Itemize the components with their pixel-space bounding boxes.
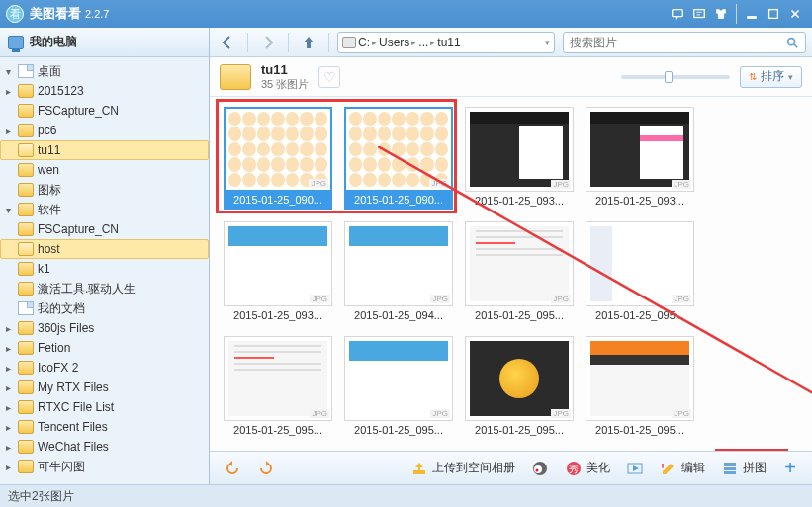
bottom-bar: 上传到空间相册 秀美化 编辑 拼图 + <box>210 451 812 484</box>
favorite-button[interactable]: ♡ <box>318 66 340 88</box>
feedback-icon[interactable] <box>688 5 710 23</box>
thumbnail[interactable]: JPG2015-01-25_090... <box>344 107 453 210</box>
tree-node[interactable]: ▸RTXC File List <box>0 397 209 417</box>
collage-button[interactable]: 拼图 <box>717 457 770 480</box>
tree-node[interactable]: 我的文档 <box>0 298 209 318</box>
expand-icon[interactable]: ▸ <box>6 363 18 374</box>
add-button[interactable]: + <box>778 457 802 480</box>
thumb-caption: 2015-01-25_095... <box>465 421 574 439</box>
expand-icon[interactable]: ▸ <box>6 442 18 453</box>
expand-icon[interactable]: ▸ <box>6 422 18 433</box>
tree-node[interactable]: ▸IcoFX 2 <box>0 358 209 378</box>
up-button[interactable] <box>297 32 320 53</box>
expand-icon[interactable]: ▸ <box>6 462 18 472</box>
expand-icon[interactable]: ▸ <box>6 323 18 334</box>
collage-label: 拼图 <box>743 460 767 476</box>
tree-node[interactable]: ▸Fetion <box>0 338 209 358</box>
title-bar: 看 美图看看 2.2.7 <box>0 0 812 28</box>
tree-node[interactable]: ▸Tencent Files <box>0 417 209 437</box>
thumb-frame[interactable]: JPG <box>586 107 694 192</box>
tree-node[interactable]: ▸可牛闪图 <box>0 457 209 476</box>
sort-button[interactable]: ⇅ 排序 ▾ <box>740 66 802 88</box>
tree-node[interactable]: ▸WeChat Files <box>0 437 209 457</box>
thumbnail[interactable]: JPG2015-01-25_093... <box>465 107 574 210</box>
thumbnail[interactable]: JPG2015-01-25_095... <box>344 336 453 439</box>
tree-node[interactable]: FSCapture_CN <box>0 101 209 121</box>
rotate-cw-button[interactable] <box>253 457 279 480</box>
tree-node[interactable]: tu11 <box>0 140 209 160</box>
thumb-frame[interactable]: JPG <box>344 107 453 192</box>
search-box[interactable] <box>563 32 806 53</box>
crumb-ellipsis[interactable]: ... <box>418 36 428 49</box>
expand-icon[interactable]: ▸ <box>6 402 18 413</box>
weibo-button[interactable] <box>527 457 553 480</box>
thumb-frame[interactable]: JPG <box>344 336 453 421</box>
thumb-frame[interactable]: JPG <box>344 221 453 306</box>
thumbnail[interactable]: JPG2015-01-25_093... <box>224 221 332 324</box>
thumb-frame[interactable]: JPG <box>224 221 332 306</box>
tree-node[interactable]: ▾软件 <box>0 200 209 219</box>
thumb-frame[interactable]: JPG <box>586 336 694 421</box>
tree-node[interactable]: FSCapture_CN <box>0 219 209 239</box>
crumb-dropdown-icon[interactable]: ▾ <box>545 38 550 47</box>
search-input[interactable] <box>570 36 785 49</box>
tree-node[interactable]: host <box>0 239 209 259</box>
toolbar: C:▸ Users▸ ...▸ tu11 ▾ <box>210 28 812 57</box>
folder-count: 35 张图片 <box>261 77 309 92</box>
forward-button[interactable] <box>256 32 280 53</box>
edit-button[interactable]: 编辑 <box>656 457 709 480</box>
tree-node[interactable]: ▾桌面 <box>0 61 209 81</box>
sidebar-header[interactable]: 我的电脑 <box>0 28 209 57</box>
thumb-frame[interactable]: JPG <box>465 107 574 192</box>
thumbnail[interactable]: JPG2015-01-25_090... <box>224 107 332 210</box>
tree-node[interactable]: 激活工具.驱动人生 <box>0 279 209 298</box>
thumbnail[interactable]: JPG2015-01-25_095... <box>465 336 574 439</box>
tree-node[interactable]: wen <box>0 160 209 180</box>
close-button[interactable] <box>784 5 806 23</box>
upload-button[interactable]: 上传到空间相册 <box>406 457 519 480</box>
chat-icon[interactable] <box>667 5 688 23</box>
tree-node[interactable]: ▸2015123 <box>0 81 209 101</box>
tree-node[interactable]: ▸360js Files <box>0 318 209 338</box>
thumbnail[interactable]: JPG2015-01-25_094... <box>344 221 453 324</box>
expand-icon[interactable]: ▸ <box>6 86 18 97</box>
play-button[interactable] <box>622 457 648 480</box>
tree-node[interactable]: ▸My RTX Files <box>0 378 209 397</box>
tree-node[interactable]: ▸pc6 <box>0 121 209 140</box>
annotation-collage-box <box>715 449 788 451</box>
thumb-frame[interactable]: JPG <box>465 221 574 306</box>
maximize-button[interactable] <box>763 5 784 23</box>
thumb-frame[interactable]: JPG <box>224 336 332 421</box>
thumbnail[interactable]: JPG2015-01-25_093... <box>586 107 694 210</box>
folder-tree[interactable]: ▾桌面▸2015123FSCapture_CN▸pc6tu11wen图标▾软件F… <box>0 57 209 484</box>
rotate-ccw-button[interactable] <box>220 457 245 480</box>
thumbnail[interactable]: JPG2015-01-25_095... <box>586 336 694 439</box>
beautify-button[interactable]: 秀美化 <box>561 457 614 480</box>
thumbnail[interactable]: JPG2015-01-25_095... <box>224 336 332 439</box>
tree-label: 2015123 <box>38 84 84 98</box>
tree-label: pc6 <box>38 124 56 137</box>
zoom-slider[interactable] <box>621 75 730 79</box>
thumb-frame[interactable]: JPG <box>586 221 694 306</box>
skin-icon[interactable] <box>710 5 732 23</box>
search-icon[interactable] <box>785 36 799 49</box>
expand-icon[interactable]: ▸ <box>6 343 18 354</box>
thumb-frame[interactable]: JPG <box>224 107 332 192</box>
crumb-users[interactable]: Users <box>379 36 409 49</box>
thumbnail[interactable]: JPG2015-01-25_095... <box>586 221 694 324</box>
expand-icon[interactable]: ▾ <box>6 66 18 77</box>
back-button[interactable] <box>216 32 239 53</box>
tree-node[interactable]: k1 <box>0 259 209 279</box>
expand-icon[interactable]: ▸ <box>6 382 18 393</box>
minimize-button[interactable] <box>741 5 763 23</box>
thumbnail[interactable]: JPG2015-01-25_095... <box>465 221 574 324</box>
crumb-current[interactable]: tu11 <box>437 36 460 49</box>
edit-label: 编辑 <box>681 460 705 476</box>
expand-icon[interactable]: ▾ <box>6 205 18 215</box>
crumb-drive[interactable]: C: <box>358 36 370 49</box>
thumb-frame[interactable]: JPG <box>465 336 574 421</box>
breadcrumb[interactable]: C:▸ Users▸ ...▸ tu11 ▾ <box>337 32 555 53</box>
format-badge: JPG <box>310 409 329 418</box>
expand-icon[interactable]: ▸ <box>6 126 18 136</box>
tree-node[interactable]: 图标 <box>0 180 209 200</box>
